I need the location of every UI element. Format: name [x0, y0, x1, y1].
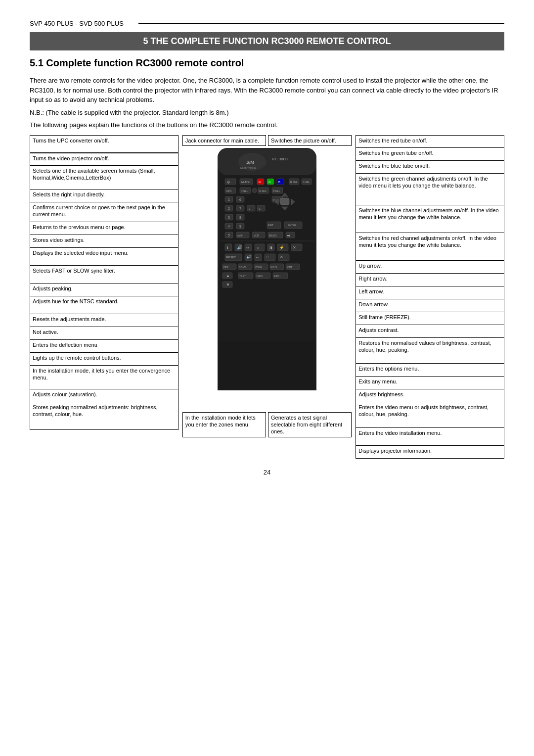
- svg-text:CONV: CONV: [239, 266, 246, 269]
- bottom-label-test: Generates a test signal selectable from …: [268, 412, 352, 437]
- left-label-2: Turns the video projector on/off.: [30, 153, 178, 166]
- svg-text:⏻: ⏻: [227, 181, 230, 184]
- svg-text:TEST: TEST: [239, 275, 246, 278]
- svg-text:VCR: VCR: [254, 234, 259, 237]
- diagram: Turns the UPC converter on/off. Turns th…: [30, 135, 504, 459]
- svg-rect-71: [225, 244, 232, 251]
- right-label-13: Restores the normalised values of bright…: [356, 338, 504, 364]
- right-label-6: Switches the red channel adjustments on/…: [356, 233, 504, 261]
- left-label-6: Returns to the previous menu or page.: [30, 222, 178, 235]
- svg-text:••: ••: [256, 255, 259, 259]
- svg-text:UPC: UPC: [226, 189, 232, 192]
- svg-text:R SEL: R SEL: [290, 181, 298, 184]
- svg-text:ℹ: ℹ: [227, 246, 228, 249]
- right-label-3: Switches the blue tube on/off.: [356, 161, 504, 174]
- svg-text:▲: ▲: [226, 274, 230, 278]
- left-label-7: Stores video settings.: [30, 235, 178, 248]
- svg-text:ENTER: ENTER: [288, 224, 296, 227]
- svg-text:⚡: ⚡: [279, 245, 284, 250]
- svg-text:4: 4: [228, 225, 230, 228]
- svg-text:8: 8: [239, 216, 241, 219]
- svg-text:EXIT: EXIT: [268, 224, 273, 227]
- left-top-label-1: Turns the UPC converter on/off.: [30, 135, 178, 153]
- svg-rect-1: [218, 148, 316, 175]
- svg-text:2: 2: [228, 207, 230, 210]
- left-label-11: Adjusts hue for the NTSC standard.: [30, 296, 178, 314]
- right-label-2: Switches the green tube on/off.: [356, 148, 504, 161]
- svg-text:9: 9: [239, 225, 241, 228]
- svg-text:DEF: DEF: [223, 266, 228, 269]
- svg-text:AV/0: AV/0: [237, 234, 243, 237]
- right-label-17: Enters the video menu or adjusts brightn…: [356, 402, 504, 428]
- svg-text:V+: V+: [259, 207, 262, 210]
- subsection-title: 5.1 Complete function RC3000 remote cont…: [30, 57, 504, 69]
- left-label-3: Selects one of the available screen form…: [30, 166, 178, 189]
- header-title: SVP 450 PLUS - SVD 500 PLUS: [30, 20, 124, 27]
- left-label-12: Resets the adjustments made.: [30, 314, 178, 327]
- right-label-15: Exits any menu.: [356, 377, 504, 389]
- right-label-12: Adjusts contrast.: [356, 325, 504, 338]
- left-label-15: Lights up the remote control buttons.: [30, 353, 178, 366]
- right-label-10: Down arrow.: [356, 299, 504, 312]
- svg-text:ZONE: ZONE: [255, 266, 263, 269]
- right-label-9: Left arrow.: [356, 286, 504, 299]
- svg-text:B: B: [278, 181, 280, 184]
- right-label-4: Switches the green channel adjustments o…: [356, 174, 504, 205]
- svg-text:INFO: INFO: [257, 275, 263, 278]
- svg-text:◑: ◑: [269, 245, 272, 250]
- right-label-18: Enters the video installation menu.: [356, 428, 504, 446]
- svg-point-24: [252, 188, 257, 193]
- svg-text:🔊: 🔊: [237, 244, 243, 250]
- svg-text:6: 6: [239, 198, 241, 201]
- top-label-jack: Jack connector for main cable.: [182, 135, 266, 146]
- header: SVP 450 PLUS - SVD 500 PLUS: [30, 20, 504, 27]
- right-label-11: Still frame (FREEZE).: [356, 312, 504, 325]
- diagram-table: Turns the UPC converter on/off. Turns th…: [30, 135, 504, 459]
- svg-text:5: 5: [228, 234, 230, 237]
- intro-para-1: There are two remote controls for the vi…: [30, 76, 504, 105]
- right-label-5: Switches the blue channel adjustments on…: [356, 205, 504, 233]
- svg-text:V-: V-: [249, 207, 251, 210]
- svg-text:VID.S: VID.S: [270, 266, 277, 269]
- intro-para-2: N.B.: (The cable is supplied with the pr…: [30, 108, 504, 118]
- svg-text:□: □: [266, 255, 268, 259]
- left-label-18: Stores peaking normalized adjustments: b…: [30, 402, 178, 430]
- svg-text:1: 1: [228, 198, 230, 201]
- left-label-16: In the installation mode, it lets you en…: [30, 366, 178, 389]
- svg-text:Multi•media: Multi•media: [240, 166, 256, 169]
- svg-rect-117: [218, 376, 316, 390]
- left-label-4: Selects the right input directly.: [30, 189, 178, 202]
- svg-text:⏭: ⏭: [287, 234, 290, 237]
- header-rule: [138, 23, 504, 24]
- svg-text:MUTE: MUTE: [241, 181, 250, 184]
- top-label-picture: Switches the picture on/off.: [268, 135, 352, 146]
- right-label-19: Displays projector information.: [356, 446, 504, 459]
- right-label-7: Up arrow.: [356, 261, 504, 274]
- svg-text:SIM: SIM: [246, 160, 255, 165]
- svg-text:R: R: [259, 181, 261, 184]
- remote-control: SIM Multi•media RC 3000 ⏻ MUTE R G: [208, 148, 326, 410]
- left-label-13: Not active.: [30, 327, 178, 340]
- left-label-10: Adjusts peaking.: [30, 284, 178, 296]
- svg-text:RESET: RESET: [226, 256, 236, 259]
- right-label-14: Enters the options menu.: [356, 364, 504, 377]
- center-col: Jack connector for main cable. Switches …: [178, 135, 356, 459]
- svg-rect-37: [280, 198, 289, 205]
- svg-text:▼: ▼: [226, 283, 230, 287]
- svg-text:RC  3000: RC 3000: [272, 157, 288, 161]
- svg-text:G: G: [268, 181, 271, 184]
- svg-text:3: 3: [228, 216, 230, 219]
- svg-text:R SEL: R SEL: [241, 189, 248, 192]
- svg-text:OPT: OPT: [287, 266, 292, 269]
- svg-text:🔊: 🔊: [246, 254, 251, 259]
- intro-para-3: The following pages explain the function…: [30, 120, 504, 130]
- right-label-16: Adjusts brightness.: [356, 389, 504, 402]
- right-label-1: Switches the red tube on/off.: [356, 135, 504, 148]
- right-label-8: Right arrow.: [356, 274, 504, 286]
- svg-text:G SEL: G SEL: [259, 189, 267, 192]
- left-label-14: Enters the deflection menu: [30, 340, 178, 353]
- right-labels-col: Switches the red tube on/off. Switches t…: [356, 135, 504, 459]
- page-number: 24: [30, 469, 504, 476]
- left-label-5: Confirms current choice or goes to the n…: [30, 202, 178, 222]
- section-title: 5 THE COMPLETE FUNCTION RC3000 REMOTE CO…: [30, 32, 504, 50]
